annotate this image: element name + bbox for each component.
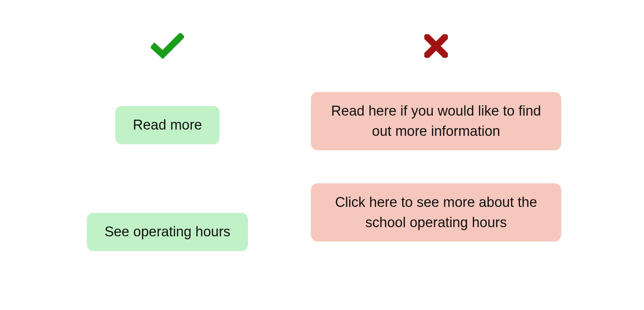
bad-button-operating-hours[interactable]: Click here to see more about the school …: [311, 183, 561, 242]
good-button-operating-hours[interactable]: See operating hours: [87, 213, 248, 251]
bad-button-read-more[interactable]: Read here if you would like to find out …: [311, 92, 561, 150]
good-column: Read more See operating hours: [75, 33, 259, 310]
good-button-read-more[interactable]: Read more: [115, 106, 220, 144]
bad-example-2-row: Click here to see more about the school …: [311, 183, 561, 242]
good-example-1-row: Read more: [115, 92, 220, 158]
cross-icon: [424, 33, 448, 59]
good-example-2-row: See operating hours: [87, 199, 248, 265]
check-icon: [151, 33, 184, 59]
bad-column: Read here if you would like to find out …: [304, 33, 569, 310]
bad-example-1-row: Read here if you would like to find out …: [311, 92, 561, 150]
comparison-container: Read more See operating hours Read here …: [75, 0, 569, 310]
